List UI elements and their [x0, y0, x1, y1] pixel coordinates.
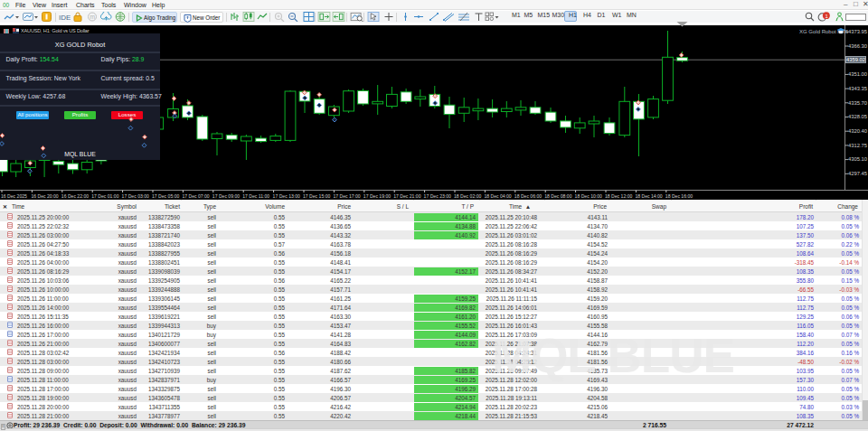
svg-text:IDE: IDE [59, 14, 71, 22]
svg-text:00: 00 [3, 2, 10, 8]
svg-text:m: m [90, 14, 95, 20]
